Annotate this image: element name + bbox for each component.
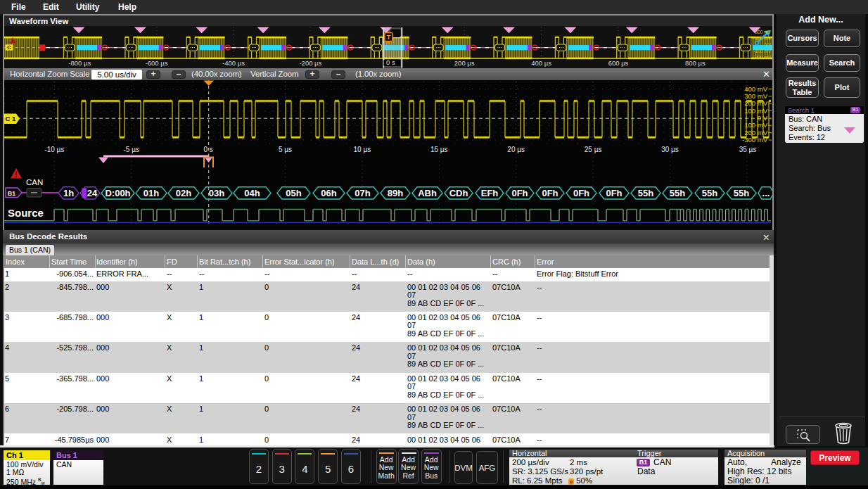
svg-text:T: T xyxy=(386,33,390,41)
svg-text:-300 mV: -300 mV xyxy=(742,136,768,144)
svg-text:800 µs: 800 µs xyxy=(685,59,706,67)
svg-text:03h: 03h xyxy=(209,188,224,198)
svg-text:25 µs: 25 µs xyxy=(585,146,602,153)
svg-text:-200 µs: -200 µs xyxy=(299,59,321,67)
svg-text:-5 µs: -5 µs xyxy=(123,146,139,153)
svg-text:5 µs: 5 µs xyxy=(279,146,292,153)
svg-text:CDh: CDh xyxy=(449,188,468,198)
svg-text:!: ! xyxy=(15,171,17,179)
svg-text:C 1: C 1 xyxy=(6,115,17,122)
svg-text:0Fh: 0Fh xyxy=(511,188,528,198)
svg-text:...: ... xyxy=(762,188,770,198)
svg-text:100 mV: 100 mV xyxy=(744,107,767,115)
svg-text:400 µs: 400 µs xyxy=(531,59,551,67)
svg-text:-800 µs: -800 µs xyxy=(68,59,91,67)
svg-text:04h: 04h xyxy=(244,188,260,198)
svg-text:06h: 06h xyxy=(321,188,336,198)
svg-text:55h: 55h xyxy=(638,188,653,198)
svg-text:15 µs: 15 µs xyxy=(430,146,448,153)
svg-text:24: 24 xyxy=(87,188,98,198)
svg-text:D:00h: D:00h xyxy=(105,188,130,198)
svg-text:-100 mV: -100 mV xyxy=(753,49,771,53)
svg-text:CAN: CAN xyxy=(26,178,43,186)
svg-text:ABh: ABh xyxy=(418,188,437,198)
svg-text:0Fh: 0Fh xyxy=(573,188,589,198)
svg-text:10 µs: 10 µs xyxy=(354,146,371,153)
svg-text:0Fh: 0Fh xyxy=(542,188,558,198)
svg-text:0 s: 0 s xyxy=(203,146,212,153)
svg-text:55h: 55h xyxy=(734,188,749,198)
svg-text:05h: 05h xyxy=(286,188,301,198)
svg-text:02h: 02h xyxy=(176,188,191,198)
svg-text:0 V: 0 V xyxy=(764,42,771,47)
svg-text:600 µs: 600 µs xyxy=(608,59,629,67)
svg-text:300 mV: 300 mV xyxy=(755,30,772,34)
svg-text:-10 µs: -10 µs xyxy=(44,146,64,153)
svg-text:89h: 89h xyxy=(388,188,403,198)
svg-text:B1: B1 xyxy=(8,190,15,197)
svg-text:55h: 55h xyxy=(702,188,717,198)
svg-text:EFh: EFh xyxy=(481,188,499,198)
svg-text:200 mV: 200 mV xyxy=(744,99,767,107)
svg-text:1h: 1h xyxy=(63,188,74,198)
svg-text:07h: 07h xyxy=(355,188,370,198)
svg-text:-600 µs: -600 µs xyxy=(146,59,168,67)
svg-text:200 µs: 200 µs xyxy=(454,59,475,67)
svg-text:-400 µs: -400 µs xyxy=(222,59,245,67)
svg-text:20 µs: 20 µs xyxy=(507,146,525,153)
svg-text:200 mV: 200 mV xyxy=(744,129,767,136)
svg-text:01h: 01h xyxy=(143,188,159,198)
svg-text:Source: Source xyxy=(8,207,44,219)
svg-text:C: C xyxy=(7,44,11,51)
svg-text:35 µs: 35 µs xyxy=(739,146,757,153)
svg-text:0 s: 0 s xyxy=(386,58,395,66)
svg-text:100 mV: 100 mV xyxy=(755,36,772,41)
svg-text:0Fh: 0Fh xyxy=(606,188,622,198)
svg-text:30 µs: 30 µs xyxy=(661,146,679,153)
svg-text:400 mV: 400 mV xyxy=(744,85,767,93)
svg-text:-300 mV: -300 mV xyxy=(753,55,771,60)
svg-text:55h: 55h xyxy=(670,188,685,198)
